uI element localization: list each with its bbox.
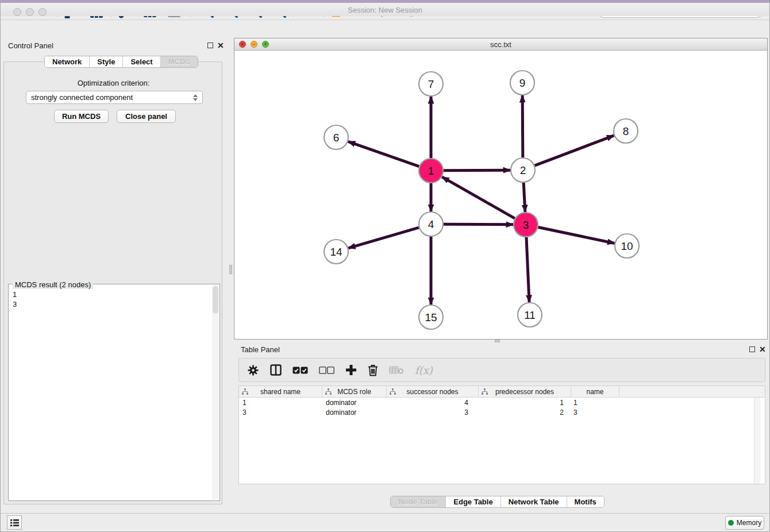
control-panel-title: Control Panel [8, 41, 53, 50]
graph-node-label: 2 [520, 164, 526, 176]
window-title: Session: New Session [0, 6, 770, 14]
graph-edge-4-14[interactable] [348, 228, 419, 248]
select-all-icon[interactable] [292, 367, 308, 374]
column-header-mcds-role[interactable]: MCDS role [322, 386, 387, 397]
cell-predecessor-nodes[interactable]: 1 [472, 399, 567, 407]
flow-icon [390, 388, 396, 395]
table-panel-tabs: Node Table Edge Table Network Table Moti… [234, 496, 761, 508]
status-bar [0, 513, 770, 532]
deselect-all-icon[interactable] [319, 367, 334, 374]
function-builder-icon[interactable]: f(x) [415, 364, 433, 376]
cell-name[interactable]: 3 [567, 408, 615, 417]
graph-node-label: 1 [428, 165, 434, 177]
table-panel-float-icon[interactable] [749, 346, 755, 352]
flow-icon [242, 388, 248, 395]
graph-node-label: 6 [333, 132, 340, 144]
graph-node-label: 11 [524, 309, 536, 321]
mcds-result-text[interactable]: 1 3 [9, 288, 211, 500]
graph-edge-4-3[interactable] [444, 224, 513, 225]
graph-edge-3-1[interactable] [442, 177, 515, 218]
table-settings-icon[interactable] [247, 364, 259, 376]
graph-node-label: 7 [428, 78, 434, 90]
graph-edge-2-9[interactable] [522, 95, 523, 157]
network-window-title: scc.txt [234, 40, 767, 49]
criterion-dropdown[interactable]: strongly connected component [26, 91, 203, 104]
graph-node-label: 3 [523, 219, 529, 231]
column-header-name[interactable]: name [571, 386, 619, 397]
criterion-value: strongly connected component [31, 93, 133, 102]
graph-edge-2-8[interactable] [535, 136, 614, 165]
cell-name[interactable]: 1 [567, 399, 615, 407]
table-header-row: shared name MCDS role successor nodes pr… [239, 386, 765, 398]
graph-node-label: 9 [519, 77, 526, 89]
network-view-window: × − + scc.txt 1234678910111415 [234, 38, 768, 340]
cell-mcds-role[interactable]: dominator [322, 408, 387, 417]
task-list-icon [10, 518, 20, 527]
network-canvas[interactable]: 1234678910111415 [234, 51, 767, 339]
column-header-predecessor-nodes[interactable]: predecessor nodes [479, 386, 571, 397]
graph-node-label: 10 [621, 240, 633, 252]
cell-successor-nodes[interactable]: 3 [387, 408, 472, 417]
vertical-splitter-handle[interactable] [229, 265, 232, 274]
flow-icon [325, 388, 332, 395]
table-toolbar: f(x) [238, 358, 765, 382]
graph-node-label: 15 [425, 311, 437, 323]
table-panel: Table Panel ✕ f(x) shared name MCDS role… [234, 343, 770, 513]
cell-mcds-role[interactable]: dominator [322, 399, 387, 407]
task-history-button[interactable] [7, 515, 22, 530]
cell-shared-name[interactable]: 1 [239, 399, 322, 407]
table-row[interactable]: 1 dominator 4 1 1 [239, 398, 765, 407]
mcds-result-legend: MCDS result (2 nodes) [13, 280, 93, 289]
tab-node-table[interactable]: Node Table [391, 496, 445, 507]
node-table: shared name MCDS role successor nodes pr… [238, 385, 765, 484]
column-header-successor-nodes[interactable]: successor nodes [387, 386, 479, 397]
close-panel-button[interactable]: Close panel [117, 110, 176, 123]
table-panel-close-icon[interactable]: ✕ [759, 346, 766, 352]
column-header-shared-name[interactable]: shared name [239, 386, 322, 397]
add-row-icon[interactable] [345, 364, 357, 376]
cell-predecessor-nodes[interactable]: 2 [472, 408, 567, 417]
result-scrollbar-thumb[interactable] [213, 286, 218, 314]
graph-edge-3-10[interactable] [538, 228, 615, 244]
graph-edge-2-3[interactable] [523, 183, 525, 212]
graph-edge-1-6[interactable] [348, 141, 419, 166]
run-mcds-button[interactable]: Run MCDS [54, 110, 109, 123]
table-panel-title: Table Panel [241, 345, 280, 354]
graph-node-label: 4 [428, 218, 434, 230]
tab-mcds[interactable]: MCDS [160, 56, 198, 67]
delete-row-icon[interactable] [368, 364, 378, 376]
memory-status-dot [728, 520, 734, 526]
tab-network[interactable]: Network [45, 56, 89, 67]
tab-select[interactable]: Select [122, 56, 160, 67]
memory-button[interactable]: Memory [725, 516, 764, 530]
graph-node-label: 14 [330, 246, 342, 258]
tab-style[interactable]: Style [89, 56, 122, 67]
memory-label: Memory [737, 519, 761, 527]
graph-edge-1-2[interactable] [444, 170, 510, 171]
delete-table-icon[interactable] [389, 365, 404, 375]
graph-edge-3-11[interactable] [526, 237, 529, 302]
graph-node-label: 8 [623, 125, 629, 137]
control-panel-float-icon[interactable] [207, 43, 213, 48]
optimization-criterion-label: Optimization criterion: [4, 79, 223, 87]
table-row[interactable]: 3 dominator 3 2 3 [239, 407, 765, 417]
cell-shared-name[interactable]: 3 [239, 408, 322, 417]
tab-edge-table[interactable]: Edge Table [445, 496, 500, 507]
cell-successor-nodes[interactable]: 4 [387, 399, 472, 407]
control-panel-tabs: Network Style Select MCDS [44, 56, 198, 68]
result-scrollbar[interactable] [212, 285, 219, 500]
control-panel-close-icon[interactable]: ✕ [217, 43, 224, 48]
chevron-up-down-icon [193, 94, 198, 101]
tab-network-table[interactable]: Network Table [500, 496, 567, 507]
tab-motifs[interactable]: Motifs [567, 496, 604, 507]
horizontal-splitter-handle[interactable] [495, 340, 500, 342]
table-scrollbar[interactable] [754, 398, 760, 484]
show-columns-icon[interactable] [270, 364, 282, 376]
flow-icon [482, 388, 488, 395]
